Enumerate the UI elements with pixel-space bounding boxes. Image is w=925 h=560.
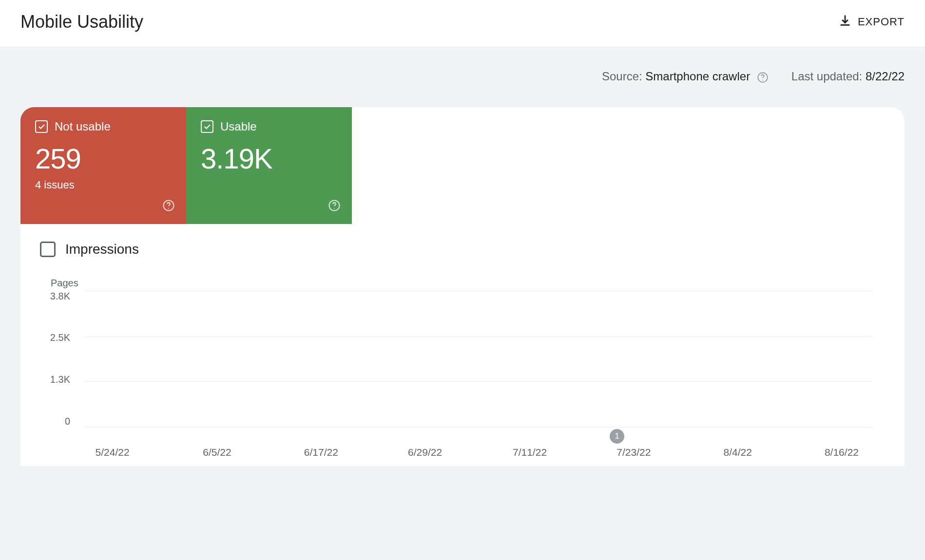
tile-not-usable[interactable]: Not usable 259 4 issues <box>20 107 186 224</box>
source-text: Source: Smartphone crawler <box>602 70 769 84</box>
svg-point-1 <box>762 79 763 80</box>
tile-subtext: 4 issues <box>35 179 172 191</box>
tile-usable[interactable]: Usable 3.19K <box>186 107 352 224</box>
x-tick: 8/16/22 <box>825 447 859 458</box>
download-icon <box>838 14 852 30</box>
x-tick: 7/23/22 <box>617 447 651 458</box>
meta-row: Source: Smartphone crawler Last updated:… <box>0 47 925 107</box>
tile-header: Not usable <box>35 120 172 133</box>
marker-label: 1 <box>615 431 619 441</box>
checkbox-checked-icon[interactable] <box>35 120 48 133</box>
help-icon[interactable] <box>162 199 175 214</box>
impressions-toggle-row: Impressions <box>20 224 905 266</box>
source-value: Smartphone crawler <box>645 70 750 83</box>
chart-bars <box>85 291 872 427</box>
source-label: Source: <box>602 70 645 83</box>
tile-label: Usable <box>220 120 257 133</box>
x-axis: 5/24/226/5/226/17/226/29/227/11/227/23/2… <box>85 447 872 461</box>
y-tick: 2.5K <box>50 332 70 343</box>
y-tick: 1.3K <box>50 374 70 385</box>
updated-label: Last updated: <box>791 70 866 83</box>
updated-text: Last updated: 8/22/22 <box>791 70 905 83</box>
tile-value: 259 <box>35 142 172 175</box>
help-icon[interactable] <box>328 199 341 214</box>
y-tick: 0 <box>65 416 70 427</box>
export-label: EXPORT <box>858 16 905 28</box>
chart-plot[interactable]: 1 <box>85 291 872 427</box>
x-tick: 5/24/22 <box>96 447 130 458</box>
x-tick: 8/4/22 <box>723 447 752 458</box>
checkbox-checked-icon[interactable] <box>201 120 213 133</box>
x-tick: 6/17/22 <box>304 447 338 458</box>
svg-point-3 <box>168 208 169 209</box>
page-header: Mobile Usability EXPORT <box>0 0 925 47</box>
x-tick: 6/29/22 <box>408 447 442 458</box>
help-icon[interactable] <box>756 71 769 84</box>
y-axis: 3.8K 2.5K 1.3K 0 <box>49 291 75 427</box>
tile-label: Not usable <box>55 120 111 133</box>
updated-value: 8/22/22 <box>866 70 905 83</box>
page-title: Mobile Usability <box>20 12 143 32</box>
impressions-label: Impressions <box>65 242 139 257</box>
x-tick: 6/5/22 <box>203 447 231 458</box>
export-button[interactable]: EXPORT <box>838 14 905 30</box>
x-tick: 7/11/22 <box>513 447 547 458</box>
summary-tiles: Not usable 259 4 issues Usable 3.19K <box>20 107 905 224</box>
tile-header: Usable <box>201 120 337 133</box>
y-tick: 3.8K <box>50 291 70 302</box>
svg-point-5 <box>334 208 335 209</box>
chart-container: Pages 3.8K 2.5K 1.3K 0 1 5/24/226/5/226/… <box>20 266 905 466</box>
tile-value: 3.19K <box>201 142 337 175</box>
chart-event-marker[interactable]: 1 <box>610 429 624 444</box>
impressions-checkbox[interactable] <box>40 242 56 257</box>
summary-card: Not usable 259 4 issues Usable 3.19K Imp… <box>20 107 905 466</box>
y-axis-title: Pages <box>51 278 872 289</box>
